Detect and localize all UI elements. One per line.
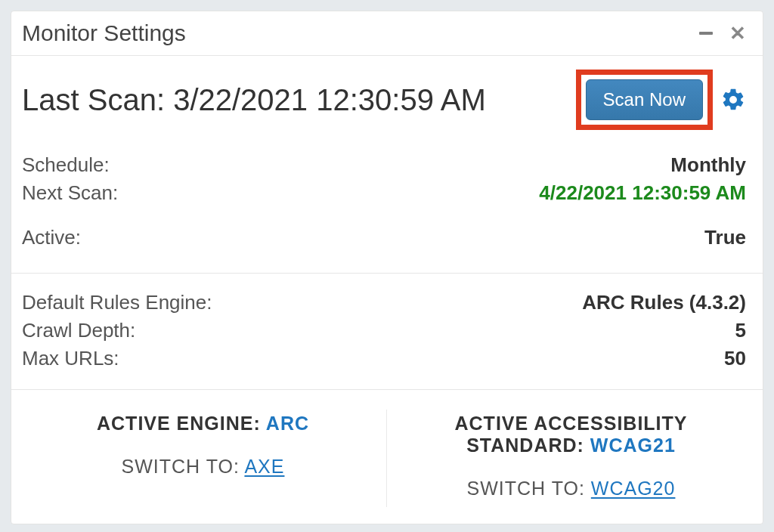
active-engine-col: ACTIVE ENGINE: ARC SWITCH TO: AXE	[19, 413, 387, 500]
max-urls-value: 50	[724, 347, 746, 370]
switch-engine-link[interactable]: AXE	[244, 456, 284, 477]
scan-now-highlight: Scan Now	[576, 70, 713, 130]
next-scan-value: 4/22/2021 12:30:59 AM	[539, 181, 746, 205]
active-settings-row: ACTIVE ENGINE: ARC SWITCH TO: AXE ACTIVE…	[11, 390, 763, 524]
schedule-row: Schedule: Monthly	[22, 151, 746, 179]
active-label: Active:	[22, 226, 81, 249]
switch-standard-line: SWITCH TO: WCAG20	[396, 478, 746, 500]
minimize-icon[interactable]	[699, 32, 713, 35]
schedule-block: Schedule: Monthly Next Scan: 4/22/2021 1…	[11, 145, 763, 273]
last-scan-label: Last Scan:	[22, 83, 165, 116]
active-standard-title: ACTIVE ACCESSIBILITY STANDARD: WCAG21	[396, 413, 746, 456]
crawl-depth-row: Crawl Depth: 5	[22, 317, 746, 345]
engine-block: Default Rules Engine: ARC Rules (4.3.2) …	[11, 274, 763, 389]
max-urls-row: Max URLs: 50	[22, 345, 746, 373]
last-scan-value: 3/22/2021 12:30:59 AM	[173, 83, 486, 116]
last-scan-text: Last Scan: 3/22/2021 12:30:59 AM	[22, 83, 486, 117]
gear-icon[interactable]	[720, 87, 746, 113]
active-standard-col: ACTIVE ACCESSIBILITY STANDARD: WCAG21 SW…	[387, 413, 755, 500]
engine-value: ARC Rules (4.3.2)	[582, 291, 746, 314]
schedule-value: Monthly	[670, 153, 746, 177]
active-standard-value: WCAG21	[590, 435, 676, 456]
scan-actions: Scan Now	[576, 70, 746, 130]
active-engine-title: ACTIVE ENGINE: ARC	[28, 413, 378, 435]
active-value: True	[704, 226, 746, 249]
last-scan-row: Last Scan: 3/22/2021 12:30:59 AM Scan No…	[11, 56, 763, 145]
active-row: Active: True	[22, 224, 746, 252]
scan-now-button[interactable]: Scan Now	[586, 79, 703, 120]
active-engine-value: ARC	[266, 413, 309, 434]
active-standard-line2-prefix: STANDARD:	[466, 435, 590, 456]
switch-engine-line: SWITCH TO: AXE	[28, 456, 378, 478]
next-scan-row: Next Scan: 4/22/2021 12:30:59 AM	[22, 179, 746, 207]
engine-row: Default Rules Engine: ARC Rules (4.3.2)	[22, 289, 746, 317]
next-scan-label: Next Scan:	[22, 181, 118, 205]
close-icon[interactable]: ✕	[729, 23, 746, 43]
panel-title: Monitor Settings	[22, 20, 186, 46]
crawl-depth-value: 5	[735, 319, 746, 342]
switch-standard-link[interactable]: WCAG20	[591, 478, 676, 499]
switch-standard-prefix: SWITCH TO:	[467, 478, 591, 499]
switch-engine-prefix: SWITCH TO:	[122, 456, 245, 477]
panel-header: Monitor Settings ✕	[11, 11, 763, 56]
active-standard-line1: ACTIVE ACCESSIBILITY	[396, 413, 746, 435]
engine-label: Default Rules Engine:	[22, 291, 212, 314]
max-urls-label: Max URLs:	[22, 347, 119, 370]
schedule-label: Schedule:	[22, 153, 110, 177]
active-engine-prefix: ACTIVE ENGINE:	[97, 413, 266, 434]
panel-controls: ✕	[699, 23, 746, 43]
monitor-settings-panel: Monitor Settings ✕ Last Scan: 3/22/2021 …	[11, 11, 763, 524]
crawl-depth-label: Crawl Depth:	[22, 319, 135, 342]
